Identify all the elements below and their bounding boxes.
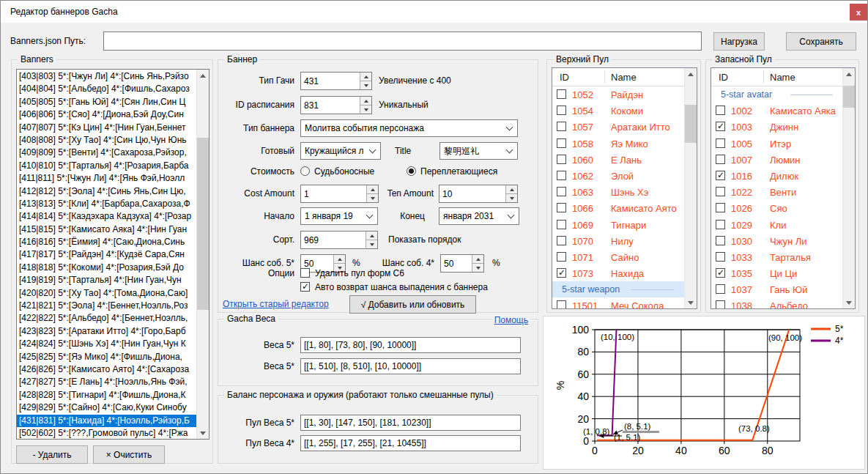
banner-type-select[interactable]: Молитва события персонажа [300,119,518,137]
banners-scrollbar[interactable] [196,70,209,439]
cost-fate-radio[interactable] [300,166,310,176]
banner-list-item[interactable]: [415|815] 5*:[Камисато Аяка] 4*:[Нин Гуа… [17,223,196,236]
stepper-down-icon[interactable] [360,81,371,89]
pool-row[interactable]: 1070Нилу [552,233,684,249]
pool-row[interactable]: 1057Аратаки Итто [552,119,684,135]
row-checkbox[interactable] [716,105,725,115]
row-checkbox[interactable] [557,220,566,229]
reserve-pool-scrollbar[interactable] [842,68,855,308]
row-checkbox[interactable] [557,268,566,278]
banner-list-item[interactable]: [416|816] 5*:[Ёимия] 4*:[Саю,Диона,Синь [17,236,196,248]
row-checkbox[interactable] [716,187,725,196]
pool-row[interactable]: 1035Ци Ци [711,265,842,281]
pool-row[interactable]: 1016Дилюк [711,168,842,184]
path-input[interactable] [103,32,702,51]
banner-list-item[interactable]: [412|812] 5*:[Эола] 4*:[Синь Янь,Син Цю, [17,185,196,198]
pool-row[interactable]: 1007Люмин [711,152,842,168]
banner-list-item[interactable]: [408|808] 5*:[Ху Тао] 4*:[Син Цю,Чун Юнь [17,134,196,147]
add-update-button[interactable]: √ Добавить или обновить [349,295,476,314]
stepper-down-icon[interactable] [360,105,371,114]
save-button[interactable]: Сохранять [786,32,856,51]
pool-row[interactable]: 1033Тарталья [711,249,842,265]
scrollbar-thumb[interactable] [843,86,855,108]
stepper-up-icon[interactable] [360,73,371,81]
clear-banners-button[interactable]: × Очистить [93,445,165,464]
help-link[interactable]: Помощь [492,315,530,325]
stepper-down-icon[interactable] [366,240,377,248]
pool-row[interactable]: 1058Яэ Мико [552,136,684,152]
scroll-up-icon[interactable] [197,70,209,81]
remove-c6-checkbox[interactable] [300,268,310,278]
weights5-input-2[interactable] [300,358,521,374]
banner-list-item[interactable]: [426|826] 5*:[Камисато Аято] 4*:[Сахароз… [17,363,196,376]
row-checkbox[interactable] [716,122,725,131]
banner-list-item[interactable]: [411|811] 5*:[Чжун Ли] 4*:[Янь Фэй,Ноэлл [17,172,196,185]
row-checkbox[interactable] [557,122,566,131]
banner-list-item[interactable]: [418|818] 5*:[Кокоми] 4*:[Розария,Бэй До [17,262,196,274]
row-checkbox[interactable] [557,171,566,180]
row-checkbox[interactable] [716,220,725,229]
row-checkbox[interactable] [716,252,725,262]
pool-row[interactable]: 1071Сайно [552,249,684,265]
pool-row[interactable]: 1005Итэр [711,136,842,152]
weights5-input-1[interactable] [300,337,521,353]
end-date-picker[interactable]: января 2031 [439,207,519,225]
sort-input[interactable] [301,232,365,248]
row-checkbox[interactable] [716,268,725,278]
banner-list-item[interactable]: [404|804] 5*:[Альбедо] 4*:[Фишль,Сахароз [17,83,196,95]
pool-weights5-input[interactable] [300,415,521,431]
scroll-down-icon[interactable] [197,427,209,439]
banner-list-item[interactable]: [429|829] 5*:[Сайно] 4*:[Саю,Куки Синобу [17,401,196,414]
pool-row[interactable]: 1062Элой [552,168,684,184]
banner-list-item[interactable]: [413|813] 5*:[Кли] 4*:[Барбара,Сахароза,… [17,198,196,210]
banner-list-item[interactable]: [405|805] 5*:[Гань Юй] 4*:[Сян Лин,Син Ц [17,96,196,108]
row-checkbox[interactable] [716,236,725,245]
scrollbar-thumb[interactable] [197,138,209,310]
auto-return-checkbox[interactable] [300,282,310,292]
pool-row[interactable]: 1038Альбедо [711,297,842,309]
banner-list-item[interactable]: [409|809] 5*:[Венти] 4*:[Сахароза,Рэйзор… [17,147,196,159]
banner-list-item[interactable]: [417|817] 5*:[Райдэн] 4*:[Кудзё Сара,Сян [17,248,196,261]
pool-row[interactable]: 11501Меч Сокола [552,297,684,309]
pool-row[interactable]: 1054Кокоми [552,103,684,119]
close-button[interactable]: x [850,4,867,21]
row-checkbox[interactable] [716,300,725,309]
banner-list-item[interactable]: [407|807] 5*:[Кэ Цин] 4*:[Нин Гуан,Бенне… [17,122,196,134]
title-select[interactable]: 黎明巡礼 [439,142,518,160]
schedule-id-stepper[interactable] [300,96,372,114]
banner-list-item[interactable]: [419|819] 5*:[Тарталья] 4*:[Нин Гуан,Чун [17,274,196,286]
gacha-type-input[interactable] [301,73,359,89]
row-checkbox[interactable] [716,155,725,164]
row-checkbox[interactable] [557,105,566,115]
pool-row[interactable]: 1063Шэнь Хэ [552,184,684,200]
sort-stepper[interactable] [300,231,378,249]
chance4-stepper[interactable] [440,254,484,273]
stepper-up-icon[interactable] [360,97,371,105]
load-button[interactable]: Нагрузка [713,32,765,51]
stepper-up-icon[interactable] [366,232,377,240]
pool-row[interactable]: 1066Камисато Аято [552,200,684,216]
pool-row[interactable]: 1022Венти [711,184,842,200]
banner-list-item[interactable]: [431|831] 5*:[Нахида] 4*:[Ноэлль,Рэйзор,… [17,415,196,427]
row-checkbox[interactable] [716,203,725,212]
stepper-down-icon[interactable] [472,263,483,272]
gacha-type-stepper[interactable] [300,72,372,90]
banner-list-item[interactable]: [420|820] 5*:[Ху Тао] 4*:[Тома,Диона,Саю… [17,287,196,300]
stepper-up-icon[interactable] [472,255,483,263]
scroll-down-icon[interactable] [843,297,855,308]
pool-row[interactable]: 1029Кли [711,217,842,233]
banner-list-item[interactable]: [403|803] 5*:[Чжун Ли] 4*:[Синь Янь,Рэйз… [17,70,196,83]
banner-list-item[interactable]: [423|823] 5*:[Аратаки Итто] 4*:[Горо,Бар… [17,325,196,338]
ten-amount-input[interactable] [439,185,505,202]
row-checkbox[interactable] [557,89,566,99]
pool-row[interactable]: 1037Гань Юй [711,281,842,297]
pool-row[interactable]: 1030Чжун Ли [711,233,842,249]
row-checkbox[interactable] [557,252,566,262]
row-checkbox[interactable] [716,138,725,148]
row-checkbox[interactable] [557,203,566,212]
pool-row[interactable]: 1052Райдэн [552,86,684,103]
banner-list-item[interactable]: [502|602] 5*:[???,Громовой пульс] 4*:[Рж… [17,427,196,440]
row-checkbox[interactable] [557,187,566,196]
row-checkbox[interactable] [557,300,566,309]
chance4-input[interactable] [441,255,471,272]
